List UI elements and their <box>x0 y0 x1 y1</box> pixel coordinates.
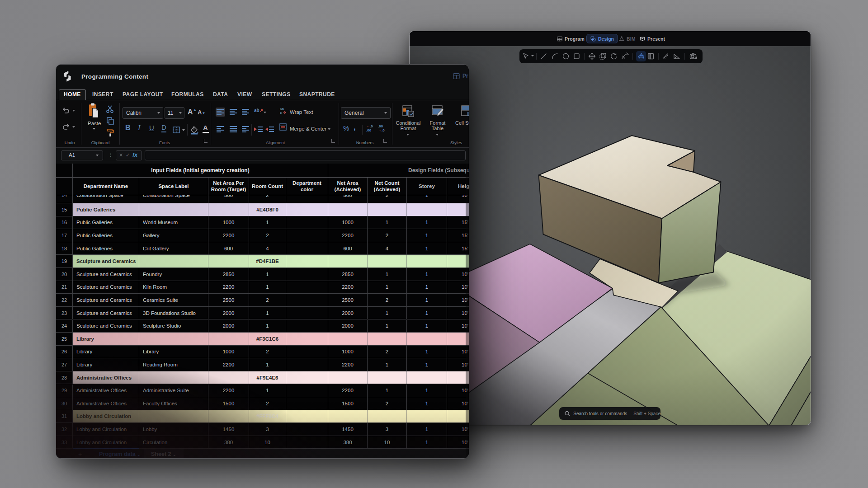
svg-text:c: c <box>280 111 282 114</box>
